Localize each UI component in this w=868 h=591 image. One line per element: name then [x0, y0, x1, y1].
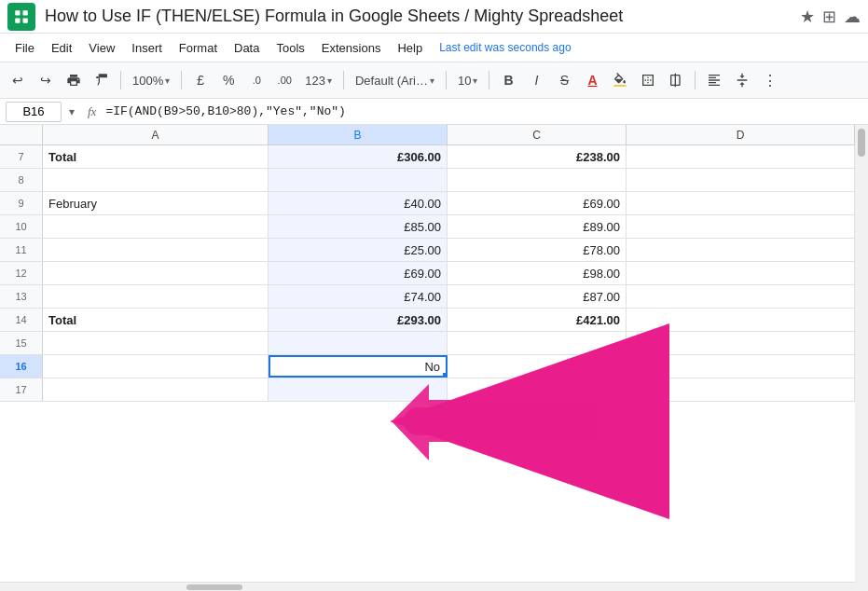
cell-d13[interactable]: [627, 285, 855, 308]
bold-button[interactable]: B: [496, 67, 520, 93]
cell-a12[interactable]: [43, 262, 269, 284]
zoom-arrow: ▾: [165, 76, 170, 86]
menu-edit[interactable]: Edit: [44, 37, 79, 59]
vert-align-button[interactable]: [730, 67, 754, 93]
cell-d15[interactable]: [627, 332, 855, 354]
cell-c17[interactable]: [448, 378, 627, 401]
cell-a7[interactable]: Total: [43, 145, 269, 168]
menu-file[interactable]: File: [7, 37, 42, 59]
print-button[interactable]: [62, 67, 86, 93]
grid-icon[interactable]: ⊞: [822, 7, 836, 27]
menu-help[interactable]: Help: [390, 37, 430, 59]
zoom-select[interactable]: 100% ▾: [128, 67, 174, 93]
borders-button[interactable]: [636, 67, 660, 93]
col-header-b[interactable]: B: [269, 125, 448, 144]
font-size-select[interactable]: 10 ▾: [453, 67, 482, 93]
more-formats-select[interactable]: 123 ▾: [300, 67, 337, 93]
percent-button[interactable]: %: [216, 67, 241, 93]
sheet-area: A B C D 7 Total £306.00 £238.00 8: [0, 125, 855, 591]
toolbar-sep-4: [446, 71, 447, 89]
cell-c9[interactable]: £69.00: [448, 192, 627, 214]
merge-cells-button[interactable]: [664, 67, 688, 93]
last-edit-status: Last edit was seconds ago: [439, 41, 571, 54]
more-formats-arrow: ▾: [327, 76, 332, 86]
menu-insert[interactable]: Insert: [124, 37, 170, 59]
fill-color-button[interactable]: [608, 67, 632, 93]
cell-a13[interactable]: [43, 285, 269, 308]
cell-b10[interactable]: £85.00: [269, 215, 448, 238]
font-size-value: 10: [458, 74, 471, 88]
paint-format-button[interactable]: [90, 67, 114, 93]
col-header-a[interactable]: A: [43, 125, 269, 144]
strikethrough-button[interactable]: S: [552, 67, 576, 93]
text-align-button[interactable]: [702, 67, 726, 93]
menu-extensions[interactable]: Extensions: [314, 37, 389, 59]
h-scrollbar[interactable]: [0, 582, 855, 591]
cell-b13[interactable]: £74.00: [269, 285, 448, 308]
cell-b17[interactable]: [269, 378, 448, 401]
cell-c12[interactable]: £98.00: [448, 262, 627, 284]
v-scrollbar[interactable]: [855, 125, 868, 591]
currency-button[interactable]: £: [188, 67, 213, 93]
dec-decimals-button[interactable]: .0: [244, 67, 269, 93]
menu-format[interactable]: Format: [172, 37, 225, 59]
menu-view[interactable]: View: [81, 37, 122, 59]
cell-b12[interactable]: £69.00: [269, 262, 448, 284]
cell-c16[interactable]: [448, 355, 627, 378]
cell-a16[interactable]: [43, 355, 269, 378]
row-num-8: 8: [0, 169, 43, 191]
font-select[interactable]: Default (Ari… ▾: [351, 67, 439, 93]
cell-b9[interactable]: £40.00: [269, 192, 448, 214]
underline-a-button[interactable]: A: [580, 67, 604, 93]
cell-d11[interactable]: [627, 239, 855, 261]
cell-c14[interactable]: £421.00: [448, 309, 627, 331]
cloud-icon[interactable]: ☁: [844, 7, 861, 27]
cell-reference-input[interactable]: [6, 102, 62, 122]
cell-b16[interactable]: No: [269, 355, 448, 378]
row-num-12: 12: [0, 262, 43, 284]
add-decimals-button[interactable]: .00: [272, 67, 296, 93]
menu-tools[interactable]: Tools: [269, 37, 311, 59]
cell-d12[interactable]: [627, 262, 855, 284]
undo-button[interactable]: ↩: [6, 67, 30, 93]
menu-data[interactable]: Data: [227, 37, 267, 59]
cell-d8[interactable]: [627, 169, 855, 191]
cell-a17[interactable]: [43, 378, 269, 401]
cell-a11[interactable]: [43, 239, 269, 261]
more-options-button[interactable]: ⋮: [758, 67, 782, 93]
fx-icon: fx: [82, 104, 102, 119]
fill-handle[interactable]: [442, 372, 448, 378]
cell-d16[interactable]: [627, 355, 855, 378]
cell-c13[interactable]: £87.00: [448, 285, 627, 308]
cell-d10[interactable]: [627, 215, 855, 238]
cell-d14[interactable]: [627, 309, 855, 331]
row-num-10: 10: [0, 215, 43, 238]
cell-b15[interactable]: [269, 332, 448, 354]
title-bar: How to Use IF (THEN/ELSE) Formula in Goo…: [0, 0, 868, 34]
cell-b8[interactable]: [269, 169, 448, 191]
cell-a10[interactable]: [43, 215, 269, 238]
formula-input[interactable]: [105, 104, 862, 118]
col-header-d[interactable]: D: [627, 125, 855, 144]
row-num-9: 9: [0, 192, 43, 214]
more-formats-label: 123: [305, 74, 325, 88]
cell-c11[interactable]: £78.00: [448, 239, 627, 261]
col-header-c[interactable]: C: [448, 125, 627, 144]
star-icon[interactable]: ★: [800, 7, 815, 27]
cell-b11[interactable]: £25.00: [269, 239, 448, 261]
cell-c7[interactable]: £238.00: [448, 145, 627, 168]
cell-d9[interactable]: [627, 192, 855, 214]
cell-c15[interactable]: [448, 332, 627, 354]
cell-a14[interactable]: Total: [43, 309, 269, 331]
cell-c8[interactable]: [448, 169, 627, 191]
cell-d7[interactable]: [627, 145, 855, 168]
redo-button[interactable]: ↪: [34, 67, 58, 93]
cell-c10[interactable]: £89.00: [448, 215, 627, 238]
cell-a9[interactable]: February: [43, 192, 269, 214]
cell-d17[interactable]: [627, 378, 855, 401]
cell-a15[interactable]: [43, 332, 269, 354]
cell-a8[interactable]: [43, 169, 269, 191]
cell-b14[interactable]: £293.00: [269, 309, 448, 331]
italic-button[interactable]: I: [524, 67, 548, 93]
cell-b7[interactable]: £306.00: [269, 145, 448, 168]
